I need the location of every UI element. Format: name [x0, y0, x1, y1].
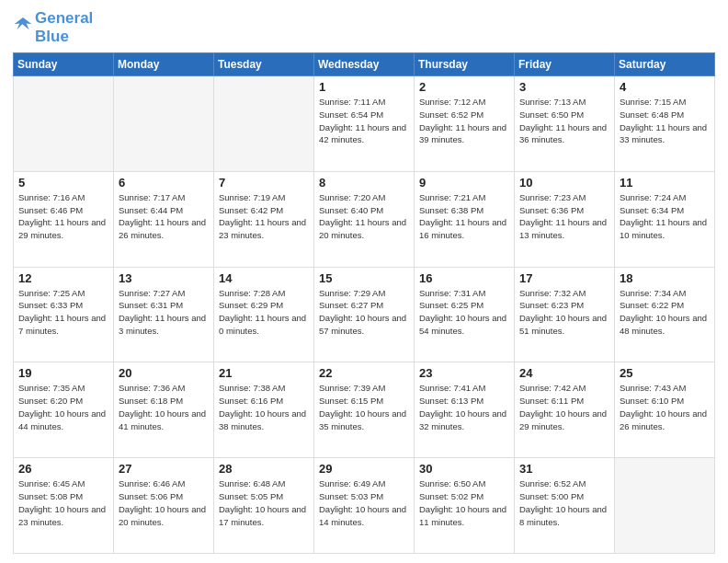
day-number: 6	[119, 176, 209, 190]
day-number: 21	[219, 366, 309, 380]
calendar-week-2: 5Sunrise: 7:16 AM Sunset: 6:46 PM Daylig…	[14, 171, 715, 267]
day-number: 23	[419, 366, 509, 380]
calendar-cell: 21Sunrise: 7:38 AM Sunset: 6:16 PM Dayli…	[214, 362, 314, 458]
day-number: 10	[519, 176, 609, 190]
day-info: Sunrise: 7:19 AM Sunset: 6:42 PM Dayligh…	[219, 191, 309, 242]
calendar-cell: 16Sunrise: 7:31 AM Sunset: 6:25 PM Dayli…	[415, 267, 515, 362]
calendar-week-3: 12Sunrise: 7:25 AM Sunset: 6:33 PM Dayli…	[14, 267, 715, 362]
calendar-cell	[14, 76, 114, 172]
day-number: 8	[319, 176, 409, 190]
day-number: 25	[620, 366, 710, 380]
calendar-week-1: 1Sunrise: 7:11 AM Sunset: 6:54 PM Daylig…	[14, 76, 715, 172]
calendar-cell: 15Sunrise: 7:29 AM Sunset: 6:27 PM Dayli…	[314, 267, 415, 362]
day-info: Sunrise: 7:21 AM Sunset: 6:38 PM Dayligh…	[419, 191, 509, 242]
calendar-cell: 10Sunrise: 7:23 AM Sunset: 6:36 PM Dayli…	[515, 171, 615, 267]
day-number: 15	[319, 271, 409, 285]
day-number: 20	[119, 366, 209, 380]
day-number: 2	[419, 80, 509, 94]
calendar-cell	[114, 76, 214, 172]
day-info: Sunrise: 7:43 AM Sunset: 6:10 PM Dayligh…	[620, 382, 710, 432]
calendar-cell: 31Sunrise: 6:52 AM Sunset: 5:00 PM Dayli…	[515, 458, 615, 554]
weekday-header-thursday: Thursday	[415, 53, 515, 76]
day-number: 12	[18, 271, 108, 285]
calendar-cell: 11Sunrise: 7:24 AM Sunset: 6:34 PM Dayli…	[615, 171, 715, 267]
weekday-header-row: SundayMondayTuesdayWednesdayThursdayFrid…	[14, 53, 715, 76]
calendar-cell: 17Sunrise: 7:32 AM Sunset: 6:23 PM Dayli…	[515, 267, 615, 362]
day-info: Sunrise: 7:35 AM Sunset: 6:20 PM Dayligh…	[18, 382, 108, 432]
day-info: Sunrise: 7:23 AM Sunset: 6:36 PM Dayligh…	[519, 191, 609, 242]
day-number: 30	[419, 462, 509, 476]
day-info: Sunrise: 7:11 AM Sunset: 6:54 PM Dayligh…	[319, 96, 409, 146]
day-info: Sunrise: 7:29 AM Sunset: 6:27 PM Dayligh…	[319, 287, 409, 338]
day-info: Sunrise: 6:49 AM Sunset: 5:03 PM Dayligh…	[319, 477, 409, 528]
calendar-cell: 1Sunrise: 7:11 AM Sunset: 6:54 PM Daylig…	[314, 76, 415, 172]
day-info: Sunrise: 7:42 AM Sunset: 6:11 PM Dayligh…	[519, 382, 609, 432]
calendar-cell: 12Sunrise: 7:25 AM Sunset: 6:33 PM Dayli…	[14, 267, 114, 362]
calendar-cell: 14Sunrise: 7:28 AM Sunset: 6:29 PM Dayli…	[214, 267, 314, 362]
calendar-cell: 8Sunrise: 7:20 AM Sunset: 6:40 PM Daylig…	[314, 171, 415, 267]
calendar-cell: 29Sunrise: 6:49 AM Sunset: 5:03 PM Dayli…	[314, 458, 415, 554]
page: General Blue SundayMondayTuesdayWednesda…	[0, 0, 728, 563]
day-number: 1	[319, 80, 409, 94]
calendar-cell: 27Sunrise: 6:46 AM Sunset: 5:06 PM Dayli…	[114, 458, 214, 554]
day-number: 13	[119, 271, 209, 285]
calendar-cell	[615, 458, 715, 554]
day-number: 27	[119, 462, 209, 476]
day-info: Sunrise: 6:52 AM Sunset: 5:00 PM Dayligh…	[519, 477, 609, 528]
calendar-cell: 28Sunrise: 6:48 AM Sunset: 5:05 PM Dayli…	[214, 458, 314, 554]
calendar-cell: 22Sunrise: 7:39 AM Sunset: 6:15 PM Dayli…	[314, 362, 415, 458]
day-info: Sunrise: 7:15 AM Sunset: 6:48 PM Dayligh…	[620, 96, 710, 146]
day-info: Sunrise: 7:34 AM Sunset: 6:22 PM Dayligh…	[620, 287, 710, 338]
day-number: 19	[18, 366, 108, 380]
weekday-header-tuesday: Tuesday	[214, 53, 314, 76]
day-info: Sunrise: 6:50 AM Sunset: 5:02 PM Dayligh…	[419, 477, 509, 528]
header: General Blue	[13, 9, 715, 45]
logo: General Blue	[13, 9, 93, 45]
day-info: Sunrise: 7:25 AM Sunset: 6:33 PM Dayligh…	[18, 287, 108, 338]
calendar-cell: 20Sunrise: 7:36 AM Sunset: 6:18 PM Dayli…	[114, 362, 214, 458]
calendar-cell: 5Sunrise: 7:16 AM Sunset: 6:46 PM Daylig…	[14, 171, 114, 267]
day-number: 17	[519, 271, 609, 285]
calendar-cell: 7Sunrise: 7:19 AM Sunset: 6:42 PM Daylig…	[214, 171, 314, 267]
day-number: 24	[519, 366, 609, 380]
weekday-header-sunday: Sunday	[14, 53, 114, 76]
day-info: Sunrise: 7:17 AM Sunset: 6:44 PM Dayligh…	[119, 191, 209, 242]
day-number: 16	[419, 271, 509, 285]
day-info: Sunrise: 6:46 AM Sunset: 5:06 PM Dayligh…	[119, 477, 209, 528]
day-info: Sunrise: 6:48 AM Sunset: 5:05 PM Dayligh…	[219, 477, 309, 528]
calendar-cell: 2Sunrise: 7:12 AM Sunset: 6:52 PM Daylig…	[415, 76, 515, 172]
day-number: 5	[18, 176, 108, 190]
logo-blue: Blue	[35, 28, 93, 46]
calendar-cell: 24Sunrise: 7:42 AM Sunset: 6:11 PM Dayli…	[515, 362, 615, 458]
logo-icon	[13, 15, 33, 35]
day-number: 9	[419, 176, 509, 190]
calendar-cell: 9Sunrise: 7:21 AM Sunset: 6:38 PM Daylig…	[415, 171, 515, 267]
weekday-header-monday: Monday	[114, 53, 214, 76]
calendar-cell: 23Sunrise: 7:41 AM Sunset: 6:13 PM Dayli…	[415, 362, 515, 458]
svg-marker-0	[14, 17, 31, 29]
day-number: 29	[319, 462, 409, 476]
calendar-cell: 30Sunrise: 6:50 AM Sunset: 5:02 PM Dayli…	[415, 458, 515, 554]
day-number: 11	[620, 176, 710, 190]
day-number: 4	[620, 80, 710, 94]
day-info: Sunrise: 7:39 AM Sunset: 6:15 PM Dayligh…	[319, 382, 409, 432]
weekday-header-friday: Friday	[515, 53, 615, 76]
day-info: Sunrise: 7:41 AM Sunset: 6:13 PM Dayligh…	[419, 382, 509, 432]
day-info: Sunrise: 7:12 AM Sunset: 6:52 PM Dayligh…	[419, 96, 509, 146]
weekday-header-saturday: Saturday	[615, 53, 715, 76]
weekday-header-wednesday: Wednesday	[314, 53, 415, 76]
calendar-cell: 25Sunrise: 7:43 AM Sunset: 6:10 PM Dayli…	[615, 362, 715, 458]
day-number: 7	[219, 176, 309, 190]
calendar-week-5: 26Sunrise: 6:45 AM Sunset: 5:08 PM Dayli…	[14, 458, 715, 554]
day-info: Sunrise: 7:28 AM Sunset: 6:29 PM Dayligh…	[219, 287, 309, 338]
calendar-cell: 3Sunrise: 7:13 AM Sunset: 6:50 PM Daylig…	[515, 76, 615, 172]
day-info: Sunrise: 7:36 AM Sunset: 6:18 PM Dayligh…	[119, 382, 209, 432]
day-number: 14	[219, 271, 309, 285]
calendar-week-4: 19Sunrise: 7:35 AM Sunset: 6:20 PM Dayli…	[14, 362, 715, 458]
calendar-cell: 26Sunrise: 6:45 AM Sunset: 5:08 PM Dayli…	[14, 458, 114, 554]
day-info: Sunrise: 7:20 AM Sunset: 6:40 PM Dayligh…	[319, 191, 409, 242]
calendar-table: SundayMondayTuesdayWednesdayThursdayFrid…	[13, 52, 715, 554]
day-number: 18	[620, 271, 710, 285]
day-number: 31	[519, 462, 609, 476]
day-number: 26	[18, 462, 108, 476]
